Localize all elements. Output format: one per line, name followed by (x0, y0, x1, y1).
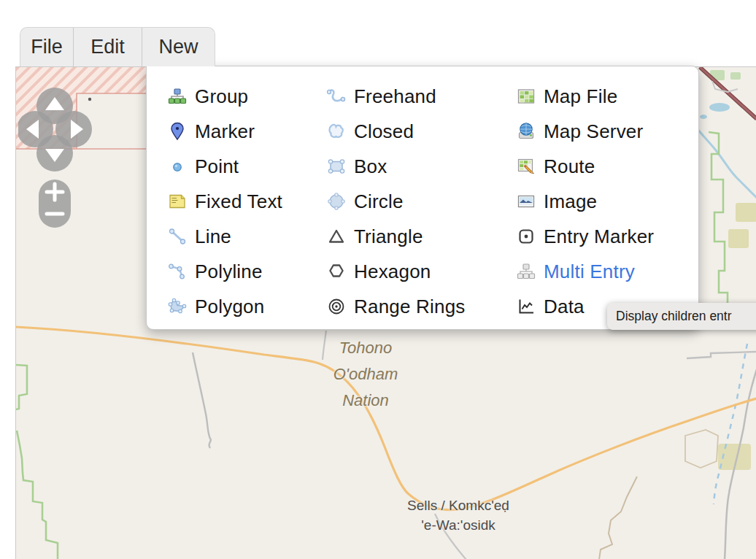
menu-item-point[interactable]: Point (147, 149, 306, 184)
tooltip: Display children entr (607, 303, 756, 330)
fixed-text-icon (168, 192, 187, 211)
land-parcel-outline (685, 430, 718, 468)
menu-item-label: Polyline (195, 261, 263, 283)
multi-entry-icon (517, 262, 536, 281)
box-icon (327, 157, 346, 176)
line-icon (168, 227, 187, 246)
river (694, 125, 756, 198)
menu-item-map-server[interactable]: Map Server (495, 114, 698, 149)
menu-item-closed[interactable]: Closed (306, 114, 495, 149)
menu-item-range-rings[interactable]: Range Rings (306, 289, 495, 324)
menu-item-route[interactable]: Route (495, 149, 698, 184)
menu-item-label: Map Server (544, 120, 643, 143)
map-controls (18, 87, 99, 233)
menu-item-marker[interactable]: Marker (147, 114, 306, 149)
town-label: Sells / Komkc'eḍ 'e-Wa:'osidk (363, 496, 554, 535)
marker-icon (168, 122, 187, 141)
polyline-icon (168, 262, 187, 281)
closed-icon (327, 122, 346, 141)
range-rings-icon (327, 297, 346, 316)
menu-item-hexagon[interactable]: Hexagon (306, 254, 495, 289)
trunk-road (700, 67, 756, 119)
menu-item-triangle[interactable]: Triangle (306, 219, 495, 254)
scrub-patch (736, 203, 756, 222)
menu-item-label: Freehand (354, 85, 436, 108)
tab-edit[interactable]: Edit (74, 28, 142, 66)
menu-item-fixed-text[interactable]: Fixed Text (147, 184, 306, 219)
freehand-icon (327, 87, 346, 106)
menu-item-label: Group (195, 85, 248, 108)
menu-item-label: Map File (544, 85, 617, 108)
menu-item-label: Line (195, 225, 231, 248)
menu-item-map-file[interactable]: Map File (495, 79, 698, 114)
image-icon (517, 192, 536, 211)
menu-item-freehand[interactable]: Freehand (306, 79, 495, 114)
menu-item-label: Fixed Text (195, 190, 282, 213)
map-application-window: Tohono O'odham Nation Sells / Komkc'eḍ '… (0, 0, 756, 559)
hexagon-icon (327, 262, 346, 281)
gray-road-branch (193, 352, 211, 448)
map-file-icon (517, 87, 536, 106)
boundary-green-left-upper (16, 365, 27, 409)
group-icon (168, 87, 187, 106)
menu-bar: File Edit New (20, 27, 215, 66)
point-icon (168, 157, 187, 176)
menu-item-label: Marker (195, 120, 255, 143)
boundary-green-right (709, 132, 728, 307)
map-server-icon (517, 122, 536, 141)
tab-new[interactable]: New (142, 28, 215, 66)
scrub-patch (728, 229, 749, 248)
menu-item-label: Image (544, 190, 597, 213)
menu-item-polyline[interactable]: Polyline (147, 254, 306, 289)
menu-item-entry-marker[interactable]: Entry Marker (495, 219, 698, 254)
data-icon (517, 297, 536, 316)
menu-item-label: Hexagon (354, 261, 431, 283)
pond (709, 103, 730, 112)
forest-patch (730, 72, 741, 80)
menu-item-label: Triangle (354, 225, 423, 248)
menu-item-label: Point (195, 155, 239, 178)
menu-item-image[interactable]: Image (495, 184, 698, 219)
menu-item-group[interactable]: Group (147, 79, 306, 114)
pond (700, 115, 707, 119)
menu-item-circle[interactable]: Circle (306, 184, 495, 219)
route-icon (517, 157, 536, 176)
menu-item-label: Closed (354, 120, 414, 143)
menu-item-label: Polygon (195, 296, 264, 318)
boundary-green-left-lower (17, 431, 58, 559)
menu-item-box[interactable]: Box (306, 149, 495, 184)
entry-marker-icon (517, 227, 536, 246)
menu-item-line[interactable]: Line (147, 219, 306, 254)
menu-item-label: Circle (354, 190, 404, 213)
menu-item-label: Range Rings (354, 296, 466, 318)
menu-item-label: Data (544, 296, 585, 318)
menu-item-label: Multi Entry (544, 261, 635, 283)
triangle-icon (327, 227, 346, 246)
new-menu-dropdown: Group Marker Point Fixed Text Line Polyl… (146, 66, 699, 330)
stream-dashed (714, 344, 747, 504)
tab-file[interactable]: File (20, 28, 74, 66)
polygon-icon (168, 297, 187, 316)
nation-label: Tohono O'odham Nation (288, 335, 443, 414)
menu-item-label: Entry Marker (544, 225, 654, 248)
menu-item-polygon[interactable]: Polygon (147, 289, 306, 324)
circle-icon (327, 192, 346, 211)
menu-item-label: Route (544, 155, 595, 178)
menu-item-label: Box (354, 155, 387, 178)
menu-item-multi-entry[interactable]: Multi Entry (495, 254, 698, 289)
boundary-tan (599, 477, 637, 559)
